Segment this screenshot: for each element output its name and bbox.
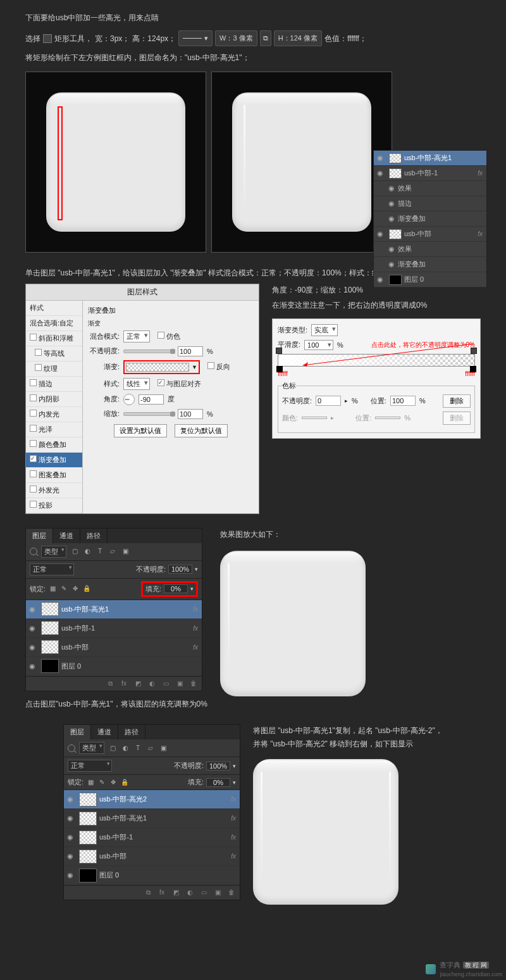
trash-icon[interactable]: 🗑 [227,888,236,897]
filter-type-icon[interactable]: T [96,547,104,556]
set-default-button[interactable]: 设置为默认值 [114,424,167,437]
blend-options[interactable]: 混合选项:自定 [26,316,82,331]
filter-shape-icon[interactable]: ▱ [146,744,155,753]
style-item[interactable]: 等高线 [26,346,82,361]
w-field[interactable]: W：3 像素 [215,30,257,46]
fill-value[interactable]: 0% [206,778,230,787]
link-wh-icon[interactable]: ⧉ [260,30,271,46]
layer-fx-item[interactable]: ◉描边 [374,196,486,211]
style-item[interactable]: 斜面和浮雕 [26,331,82,346]
tab-paths[interactable]: 路径 [118,725,145,739]
gradient-editor[interactable]: 渐变类型: 实底 平滑度: 100 % 点击此处，将它的不透明度调整为0% [272,318,481,439]
opacity-slider[interactable] [123,349,174,353]
layer-row[interactable]: ◉usb-中部-高光1fx [64,809,240,828]
layer-row[interactable]: ◉usb-中部-高光1fx [26,600,202,619]
layer-row[interactable]: ◉usb-中部fx [26,638,202,657]
blend-mode-select[interactable]: 正常 [123,330,150,342]
layer-row[interactable]: ◉usb-中部fx [64,847,240,866]
layer-row[interactable]: ◉ usb-中部-1 fx [374,166,486,181]
layer-fx-group[interactable]: ◉效果 [374,181,486,196]
style-item[interactable]: 内阴影 [26,392,82,407]
style-item[interactable]: 外发光 [26,483,82,498]
reset-default-button[interactable]: 复位为默认值 [175,424,228,437]
layer-row[interactable]: ◉ 图层 0 [374,272,486,287]
filter-type-icon[interactable]: T [133,744,142,753]
stop-pos-input[interactable]: 100 [390,396,416,406]
blend-mode-select[interactable]: 正常 [68,760,112,772]
opacity-value[interactable]: 100% [206,762,230,770]
adjustment-icon[interactable]: ◐ [147,679,156,688]
layers-panel-1[interactable]: 图层 通道 路径 类型 ▢ ◐ T ▱ ▣ 正常 不透明度: 100%▾ 锁定:… [25,528,202,691]
dither-checkbox[interactable] [157,332,164,339]
layer-fx-item[interactable]: ◉渐变叠加 [374,211,486,227]
panel-tabs[interactable]: 图层 通道 路径 [64,725,240,739]
style-item[interactable]: 图案叠加 [26,468,82,483]
layer-row[interactable]: ◉usb-中部-1fx [26,619,202,638]
lock-transparency-icon[interactable]: ▦ [48,584,57,593]
style-item[interactable]: 投影 [26,498,82,513]
stop-opacity-input[interactable]: 0 [316,396,341,406]
lock-all-icon[interactable]: 🔒 [120,778,129,787]
smooth-input[interactable]: 100 [304,340,333,350]
grad-type-select[interactable]: 实底 [311,324,338,336]
lock-paint-icon[interactable]: ✎ [59,584,68,593]
scale-input[interactable]: 100 [178,409,203,419]
fx-badge[interactable]: fx [478,230,483,237]
align-checkbox[interactable] [157,379,164,386]
style-item[interactable]: 颜色叠加 [26,437,82,453]
layers-panel-2[interactable]: 图层 通道 路径 类型 ▢ ◐ T ▱ ▣ 正常 不透明度: 100%▾ 锁定:… [63,724,240,900]
opacity-value[interactable]: 100% [168,565,192,574]
gradient-picker[interactable] [126,363,189,372]
layer-row[interactable]: ◉usb-中部-高光2fx [64,790,240,809]
mask-icon[interactable]: ◩ [133,679,142,688]
style-select[interactable]: 线性 [123,378,150,390]
link-icon[interactable]: ⧉ [106,679,114,688]
gradient-bar[interactable] [278,354,475,367]
tab-layers[interactable]: 图层 [26,529,53,543]
angle-input[interactable]: -90 [139,394,164,405]
fx-badge[interactable]: fx [193,606,198,613]
new-layer-icon[interactable]: ▣ [175,679,184,688]
visibility-icon[interactable]: ◉ [374,230,386,238]
layer-fx-group[interactable]: ◉效果 [374,242,486,257]
folder-icon[interactable]: ▭ [199,888,208,897]
delete-stop-button[interactable]: 删除 [443,394,471,408]
visibility-icon[interactable]: ◉ [374,154,386,162]
lock-position-icon[interactable]: ✥ [109,778,118,787]
layer-row[interactable]: ◉图层 0 [64,866,240,885]
filter-adjust-icon[interactable]: ◐ [121,744,130,753]
scale-slider[interactable] [123,412,174,416]
style-item[interactable]: 内发光 [26,407,82,422]
trash-icon[interactable]: 🗑 [189,679,198,688]
fill-value[interactable]: 0% [164,584,188,593]
lock-position-icon[interactable]: ✥ [71,584,80,593]
tab-paths[interactable]: 路径 [80,529,108,543]
layers-panel-mini[interactable]: ◉ usb-中部-高光1 ◉ usb-中部-1 fx ◉效果 ◉描边 ◉渐变叠加… [373,150,487,288]
rect-tool-icon[interactable] [43,34,52,43]
link-icon[interactable]: ⧉ [144,888,152,897]
style-item[interactable]: 描边 [26,377,82,392]
adjustment-icon[interactable]: ◐ [185,888,194,897]
fx-icon[interactable]: fx [120,679,128,688]
style-list[interactable]: 样式 混合选项:自定 斜面和浮雕 等高线 纹理 描边 内阴影 内发光 光泽 颜色… [26,301,83,513]
fx-badge[interactable]: fx [193,625,198,632]
blend-mode-select[interactable]: 正常 [30,563,74,575]
reverse-checkbox[interactable] [207,362,214,369]
style-item[interactable]: 纹理 [26,361,82,377]
filter-adjust-icon[interactable]: ◐ [83,547,92,556]
opacity-stop-right[interactable] [471,348,477,354]
fx-badge[interactable]: fx [478,170,483,177]
opacity-input[interactable]: 100 [178,346,203,356]
layer-row[interactable]: ◉ usb-中部 fx [374,227,486,242]
filter-smart-icon[interactable]: ▣ [121,547,130,556]
lock-transparency-icon[interactable]: ▦ [86,778,95,787]
filter-shape-icon[interactable]: ▱ [108,547,117,556]
lock-all-icon[interactable]: 🔒 [82,584,91,593]
search-icon[interactable] [68,744,75,752]
fx-badge[interactable]: fx [231,853,236,860]
h-field[interactable]: H：124 像素 [274,30,322,46]
fx-badge[interactable]: fx [231,834,236,841]
layer-style-dialog[interactable]: 图层样式 样式 混合选项:自定 斜面和浮雕 等高线 纹理 描边 内阴影 内发光 … [25,284,259,514]
tab-layers[interactable]: 图层 [64,725,91,739]
angle-dial[interactable] [123,394,135,405]
